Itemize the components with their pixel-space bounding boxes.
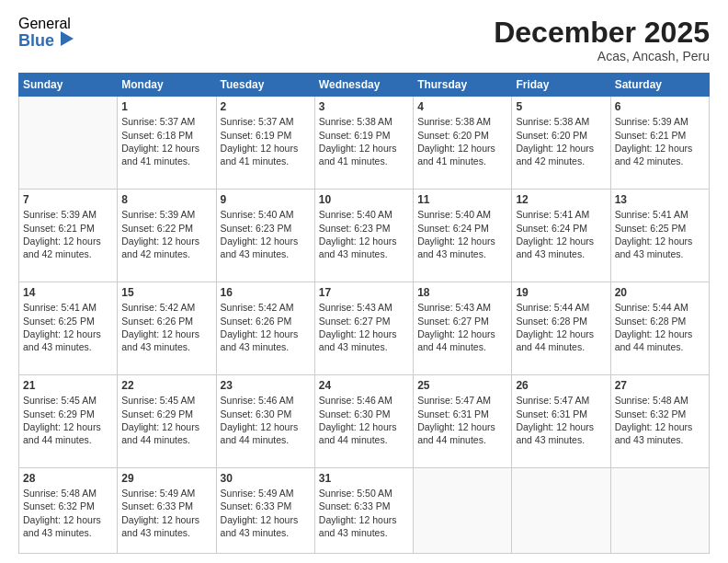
calendar-cell: 17Sunrise: 5:43 AMSunset: 6:27 PMDayligh… — [314, 282, 413, 375]
sunrise-text: Sunrise: 5:39 AM — [23, 208, 113, 221]
daylight-text: Daylight: 12 hours and 44 minutes. — [319, 420, 409, 446]
day-header-monday: Monday — [118, 74, 216, 97]
calendar-cell: 23Sunrise: 5:46 AMSunset: 6:30 PMDayligh… — [216, 375, 314, 468]
page: General Blue December 2025 Acas, Ancash,… — [0, 0, 728, 563]
daylight-text: Daylight: 12 hours and 43 minutes. — [319, 513, 409, 539]
daylight-text: Daylight: 12 hours and 44 minutes. — [221, 420, 311, 446]
title-block: December 2025 Acas, Ancash, Peru — [494, 17, 710, 63]
sunrise-text: Sunrise: 5:42 AM — [221, 301, 311, 314]
daylight-text: Daylight: 12 hours and 43 minutes. — [516, 235, 606, 260]
calendar-cell: 22Sunrise: 5:45 AMSunset: 6:29 PMDayligh… — [118, 375, 216, 468]
sunset-text: Sunset: 6:23 PM — [221, 222, 311, 235]
calendar-cell: 18Sunrise: 5:43 AMSunset: 6:27 PMDayligh… — [414, 282, 512, 375]
sunrise-text: Sunrise: 5:44 AM — [516, 301, 606, 314]
calendar-cell: 13Sunrise: 5:41 AMSunset: 6:25 PMDayligh… — [610, 190, 709, 282]
daylight-text: Daylight: 12 hours and 44 minutes. — [417, 327, 507, 353]
sunrise-text: Sunrise: 5:39 AM — [615, 115, 705, 128]
sunset-text: Sunset: 6:25 PM — [615, 222, 705, 235]
day-header-saturday: Saturday — [610, 74, 709, 97]
day-number: 3 — [319, 99, 409, 114]
sunrise-text: Sunrise: 5:41 AM — [516, 208, 606, 221]
sunset-text: Sunset: 6:19 PM — [221, 129, 311, 142]
day-number: 30 — [221, 471, 311, 486]
calendar-cell: 12Sunrise: 5:41 AMSunset: 6:24 PMDayligh… — [512, 190, 610, 282]
daylight-text: Daylight: 12 hours and 43 minutes. — [417, 235, 507, 260]
daylight-text: Daylight: 12 hours and 43 minutes. — [319, 235, 409, 260]
sunset-text: Sunset: 6:23 PM — [319, 222, 409, 235]
sunrise-text: Sunrise: 5:41 AM — [23, 301, 113, 314]
day-header-wednesday: Wednesday — [314, 74, 413, 97]
calendar-table: SundayMondayTuesdayWednesdayThursdayFrid… — [18, 73, 710, 554]
calendar-cell: 15Sunrise: 5:42 AMSunset: 6:26 PMDayligh… — [118, 282, 216, 375]
day-number: 23 — [221, 378, 311, 393]
calendar-cell: 14Sunrise: 5:41 AMSunset: 6:25 PMDayligh… — [19, 282, 118, 375]
sunset-text: Sunset: 6:30 PM — [221, 408, 311, 420]
sunrise-text: Sunrise: 5:48 AM — [23, 487, 113, 500]
daylight-text: Daylight: 12 hours and 41 minutes. — [121, 142, 211, 167]
calendar-cell: 24Sunrise: 5:46 AMSunset: 6:30 PMDayligh… — [314, 375, 413, 468]
sunrise-text: Sunrise: 5:38 AM — [516, 115, 606, 128]
sunrise-text: Sunrise: 5:37 AM — [221, 115, 311, 128]
calendar-week-3: 14Sunrise: 5:41 AMSunset: 6:25 PMDayligh… — [19, 282, 710, 375]
daylight-text: Daylight: 12 hours and 44 minutes. — [417, 420, 507, 446]
day-number: 24 — [319, 378, 409, 393]
sunset-text: Sunset: 6:29 PM — [23, 408, 113, 420]
sunrise-text: Sunrise: 5:43 AM — [417, 301, 507, 314]
calendar-cell: 16Sunrise: 5:42 AMSunset: 6:26 PMDayligh… — [216, 282, 314, 375]
calendar-cell: 26Sunrise: 5:47 AMSunset: 6:31 PMDayligh… — [512, 375, 610, 468]
sunset-text: Sunset: 6:33 PM — [319, 500, 409, 512]
calendar-cell: 3Sunrise: 5:38 AMSunset: 6:19 PMDaylight… — [314, 97, 413, 190]
daylight-text: Daylight: 12 hours and 41 minutes. — [221, 142, 311, 167]
sunset-text: Sunset: 6:20 PM — [417, 129, 507, 142]
day-number: 11 — [417, 192, 507, 207]
logo-icon — [57, 29, 77, 50]
day-number: 26 — [516, 378, 606, 393]
daylight-text: Daylight: 12 hours and 43 minutes. — [23, 513, 113, 539]
sunset-text: Sunset: 6:20 PM — [516, 129, 606, 142]
daylight-text: Daylight: 12 hours and 43 minutes. — [221, 513, 311, 539]
day-number: 31 — [319, 471, 409, 486]
calendar-cell: 9Sunrise: 5:40 AMSunset: 6:23 PMDaylight… — [216, 190, 314, 282]
day-number: 25 — [417, 378, 507, 393]
calendar-week-5: 28Sunrise: 5:48 AMSunset: 6:32 PMDayligh… — [19, 468, 710, 554]
sunrise-text: Sunrise: 5:40 AM — [221, 208, 311, 221]
sunset-text: Sunset: 6:28 PM — [516, 315, 606, 327]
daylight-text: Daylight: 12 hours and 44 minutes. — [615, 327, 705, 353]
daylight-text: Daylight: 12 hours and 42 minutes. — [23, 235, 113, 260]
calendar-cell: 8Sunrise: 5:39 AMSunset: 6:22 PMDaylight… — [118, 190, 216, 282]
sunrise-text: Sunrise: 5:38 AM — [417, 115, 507, 128]
sunrise-text: Sunrise: 5:37 AM — [121, 115, 211, 128]
daylight-text: Daylight: 12 hours and 42 minutes. — [121, 235, 211, 260]
calendar-cell: 7Sunrise: 5:39 AMSunset: 6:21 PMDaylight… — [19, 190, 118, 282]
calendar-week-1: 1Sunrise: 5:37 AMSunset: 6:18 PMDaylight… — [19, 97, 710, 190]
sunset-text: Sunset: 6:27 PM — [319, 315, 409, 327]
calendar-week-2: 7Sunrise: 5:39 AMSunset: 6:21 PMDaylight… — [19, 190, 710, 282]
calendar-cell: 5Sunrise: 5:38 AMSunset: 6:20 PMDaylight… — [512, 97, 610, 190]
calendar-cell: 11Sunrise: 5:40 AMSunset: 6:24 PMDayligh… — [414, 190, 512, 282]
sunrise-text: Sunrise: 5:43 AM — [319, 301, 409, 314]
day-number: 4 — [417, 99, 507, 114]
sunset-text: Sunset: 6:32 PM — [615, 408, 705, 420]
sunset-text: Sunset: 6:18 PM — [121, 129, 211, 142]
day-number: 9 — [221, 192, 311, 207]
month-title: December 2025 — [494, 17, 710, 49]
logo: General Blue — [18, 17, 77, 50]
calendar-cell: 21Sunrise: 5:45 AMSunset: 6:29 PMDayligh… — [19, 375, 118, 468]
day-number: 2 — [221, 99, 311, 114]
calendar-week-4: 21Sunrise: 5:45 AMSunset: 6:29 PMDayligh… — [19, 375, 710, 468]
day-number: 15 — [121, 285, 211, 300]
sunset-text: Sunset: 6:28 PM — [615, 315, 705, 327]
daylight-text: Daylight: 12 hours and 43 minutes. — [615, 420, 705, 446]
day-number: 5 — [516, 99, 606, 114]
calendar-cell: 1Sunrise: 5:37 AMSunset: 6:18 PMDaylight… — [118, 97, 216, 190]
daylight-text: Daylight: 12 hours and 43 minutes. — [121, 327, 211, 353]
sunset-text: Sunset: 6:32 PM — [23, 500, 113, 512]
day-number: 18 — [417, 285, 507, 300]
daylight-text: Daylight: 12 hours and 43 minutes. — [221, 327, 311, 353]
day-number: 28 — [23, 471, 113, 486]
sunrise-text: Sunrise: 5:42 AM — [121, 301, 211, 314]
calendar-cell: 28Sunrise: 5:48 AMSunset: 6:32 PMDayligh… — [19, 468, 118, 554]
day-number: 22 — [121, 378, 211, 393]
calendar-cell — [19, 97, 118, 190]
sunrise-text: Sunrise: 5:47 AM — [516, 394, 606, 407]
